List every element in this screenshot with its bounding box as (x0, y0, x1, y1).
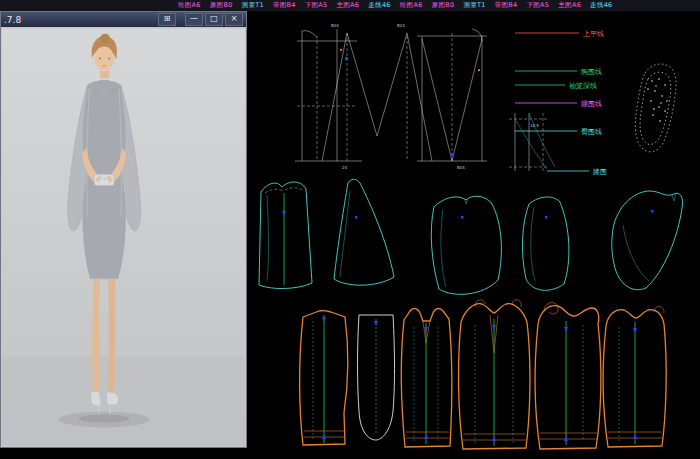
menu-item-8[interactable]: 绘图A6 (400, 0, 423, 11)
menu-item-5[interactable]: 下图A5 (305, 0, 328, 11)
svg-text:18.5: 18.5 (530, 123, 539, 128)
svg-text:B24: B24 (397, 23, 405, 28)
svg-text:膝围: 膝围 (592, 168, 607, 176)
menu-item-14[interactable]: 走线46 (590, 0, 612, 11)
armhole-depth-line-label[interactable]: 袖笼深线 (515, 82, 597, 90)
rhinestone-dots (647, 78, 668, 122)
menu-item-10[interactable]: 测量T1 (463, 0, 485, 11)
svg-text:胸围线: 胸围线 (580, 68, 602, 76)
svg-text:腰围线: 腰围线 (580, 100, 602, 108)
pattern-piece-bodice-back[interactable] (259, 182, 312, 289)
menu-item-7[interactable]: 走线46 (368, 0, 390, 11)
skirt-draft[interactable] (509, 113, 555, 171)
top-flat-line-label[interactable]: 上平线 (515, 30, 604, 38)
menu-item-11[interactable]: 带图B4 (495, 0, 518, 11)
menu-bar: 绘图A6 原图B0 测量T1 带图B4 下图A5 主图A6 走线46 绘图A6 … (0, 0, 700, 11)
minimize-button[interactable]: — (185, 13, 203, 26)
menu-item-4[interactable]: 带图B4 (273, 0, 296, 11)
bodice-draft-right[interactable] (417, 29, 487, 161)
menu-item-2[interactable]: 原图B0 (210, 0, 233, 11)
svg-text:B04: B04 (331, 23, 339, 28)
dress-panel-back-right[interactable] (603, 306, 666, 447)
bodice-draft-left[interactable] (295, 29, 432, 161)
draft-measurements: B04 B24 24 B04 18.5 (331, 23, 539, 170)
dress-panel-facing[interactable] (358, 315, 395, 440)
window-title: .7.8 (4, 15, 21, 25)
maximize-button[interactable]: □ (205, 13, 223, 26)
dress-panel-front-center[interactable] (401, 309, 451, 447)
pattern-piece-cape-front[interactable] (334, 179, 394, 285)
dress-panel-center-back[interactable] (459, 300, 530, 449)
model-photo (2, 27, 245, 447)
dress-panel-front-side[interactable] (300, 311, 348, 445)
dress-panel-back-left[interactable] (535, 303, 601, 449)
svg-text:臀围线: 臀围线 (581, 127, 602, 136)
svg-text:B04: B04 (457, 165, 465, 170)
dotted-sole-piece[interactable] (635, 64, 676, 152)
menu-item-6[interactable]: 主图A6 (337, 0, 360, 11)
menu-item-3[interactable]: 测量T1 (242, 0, 264, 11)
hip-line-label[interactable]: 臀围线 (515, 127, 602, 136)
cad-drawing-canvas[interactable]: B04 B24 24 B04 18.5 上平线 胸围线 袖笼深线 腰围线 臀围线 (247, 11, 700, 459)
photo-viewer-window: .7.8 ⊞ — □ × (0, 11, 247, 448)
svg-text:袖笼深线: 袖笼深线 (569, 82, 597, 90)
menu-item-9[interactable]: 原图B0 (432, 0, 455, 11)
svg-text:上平线: 上平线 (583, 30, 604, 38)
close-button[interactable]: × (225, 13, 243, 26)
pattern-piece-cape-side[interactable] (431, 196, 501, 294)
menu-item-13[interactable]: 主图A6 (558, 0, 581, 11)
float-window-icon[interactable]: ⊞ (158, 13, 176, 26)
bust-line-label[interactable]: 胸围线 (515, 68, 602, 76)
menu-item-1[interactable]: 绘图A6 (178, 0, 201, 11)
photo-window-titlebar[interactable]: .7.8 ⊞ — □ × (1, 12, 246, 27)
knee-line-label[interactable]: 膝围 (547, 168, 607, 176)
svg-text:24: 24 (342, 165, 348, 170)
pattern-piece-sleeve[interactable] (612, 191, 683, 290)
menu-item-12[interactable]: 下图A5 (526, 0, 549, 11)
pattern-piece-cape-back[interactable] (522, 197, 568, 290)
waist-line-label[interactable]: 腰围线 (515, 100, 602, 108)
